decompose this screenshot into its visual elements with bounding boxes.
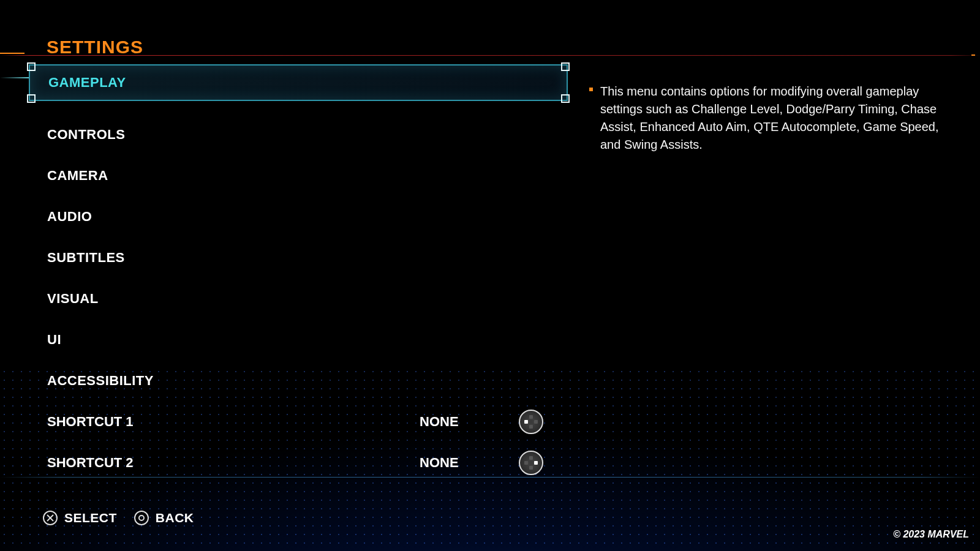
selection-connector-line	[0, 77, 29, 78]
menu-item-visual[interactable]: VISUAL	[29, 280, 568, 317]
circle-button-icon	[134, 511, 149, 525]
menu-item-subtitles[interactable]: SUBTITLES	[29, 239, 568, 276]
menu-item-label: CONTROLS	[47, 127, 125, 143]
menu-item-shortcut-2[interactable]: SHORTCUT 2 NONE	[29, 444, 568, 481]
menu-item-accessibility[interactable]: ACCESSIBILITY	[29, 362, 568, 399]
menu-item-label: CAMERA	[47, 168, 108, 184]
dpad-left-icon	[519, 410, 543, 434]
selection-corner-icon	[561, 94, 570, 103]
settings-menu: GAMEPLAY CONTROLS CAMERA AUDIO SUBTITLES…	[29, 64, 568, 485]
menu-item-label: VISUAL	[47, 291, 99, 307]
menu-item-audio[interactable]: AUDIO	[29, 198, 568, 235]
title-accent-line	[0, 53, 24, 54]
shortcut-label: SHORTCUT 1	[47, 414, 134, 430]
selection-corner-icon	[561, 62, 570, 71]
selection-corner-icon	[27, 94, 36, 103]
menu-item-camera[interactable]: CAMERA	[29, 157, 568, 194]
menu-item-shortcut-1[interactable]: SHORTCUT 1 NONE	[29, 403, 568, 440]
shortcut-value: NONE	[420, 455, 459, 471]
shortcut-label: SHORTCUT 2	[47, 455, 134, 471]
prompt-label: BACK	[156, 511, 194, 525]
footer-divider	[0, 477, 980, 478]
header-divider	[0, 55, 980, 56]
prompt-select: SELECT	[43, 511, 117, 525]
menu-item-ui[interactable]: UI	[29, 321, 568, 358]
menu-item-gameplay[interactable]: GAMEPLAY	[29, 64, 568, 101]
prompt-back: BACK	[134, 511, 194, 525]
dpad-right-icon	[519, 451, 543, 475]
menu-item-label: SUBTITLES	[47, 250, 125, 266]
menu-item-controls[interactable]: CONTROLS	[29, 116, 568, 153]
button-prompts: SELECT BACK	[43, 511, 194, 525]
bullet-icon	[589, 88, 593, 91]
copyright-text: © 2023 MARVEL	[893, 529, 969, 540]
shortcut-value: NONE	[420, 414, 459, 430]
menu-item-label: GAMEPLAY	[48, 75, 126, 91]
menu-item-label: AUDIO	[47, 209, 92, 225]
menu-description-text: This menu contains options for modifying…	[600, 84, 939, 151]
page-title: SETTINGS	[47, 37, 143, 58]
selection-corner-icon	[27, 62, 36, 71]
menu-description-panel: This menu contains options for modifying…	[600, 83, 943, 154]
menu-item-label: UI	[47, 332, 61, 348]
prompt-label: SELECT	[64, 511, 117, 525]
menu-item-label: ACCESSIBILITY	[47, 373, 154, 389]
cross-button-icon	[43, 511, 58, 525]
